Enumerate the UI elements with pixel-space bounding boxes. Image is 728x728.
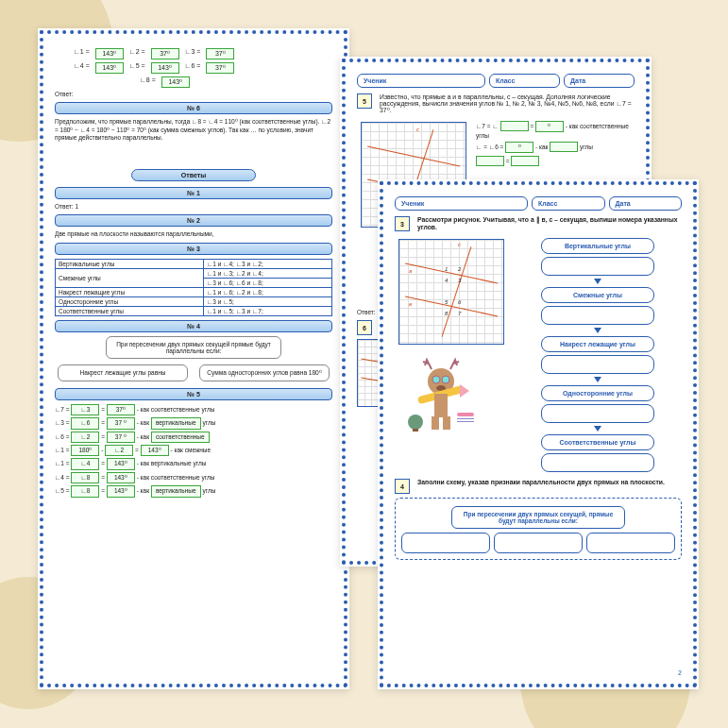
angle-value: 37⁰ [206,48,234,59]
svg-rect-7 [443,416,450,430]
arrow-down-icon [594,426,601,432]
task-number: 5 [357,93,372,109]
svg-point-2 [442,376,449,383]
task-row: 4 Заполни схему, указав признаки паралле… [395,479,682,494]
calc-line: ∟4 = ∟8 = 143⁰ - как соответственные угл… [55,472,332,483]
header-row: Ученик Класс Дата [395,196,682,211]
svg-rect-6 [432,416,439,430]
angle-label: ∟8 = [140,76,156,88]
svg-rect-5 [434,394,448,417]
svg-rect-10 [457,413,474,416]
flow-label: Вертикальные углы [541,238,655,254]
diagram-top: При пересечении двух прямых секущей прям… [106,336,281,359]
table-cell: ∟1 и ∟6; ∟2 и ∟8; [203,287,331,296]
angle-label: ∟5 = [129,62,145,74]
angle-value: 37⁰ [151,48,179,59]
flow-input[interactable] [541,453,655,472]
scheme-area: При пересечении двух прямых секущей, пря… [395,498,682,560]
table-cell: ∟1 и ∟3; ∟2 и ∟4; [203,268,331,278]
calc-line: ∟7 = ∟3 = 37⁰ - как соответственные углы [55,404,332,415]
task-text: Известно, что прямые a и в параллельны, … [380,93,635,114]
diagram-box: Сумма односторонних углов равна 180⁰ [199,364,330,381]
flow-label: Соответственные углы [541,434,655,450]
section-header: № 2 [55,214,332,227]
table-cell: ∟3 и ∟6; ∟6 и ∟8; [203,278,331,287]
angle-label: ∟6 = [185,62,201,74]
angle-value: 143⁰ [95,62,124,74]
scheme-input[interactable] [401,533,490,553]
task-text: Рассмотри рисунок. Учитывая, что a ∥ в, … [417,216,682,230]
table-cell: Вертикальные углы [56,259,204,268]
diagram-box: Накрест лежащие углы равны [58,364,188,381]
flow-input[interactable] [541,306,655,325]
task-row: 5 Известно, что прямые a и в параллельны… [357,93,635,114]
table-cell: Соответственные углы [56,306,204,315]
geometry-diagram: c a в 1 2 3 4 5 6 7 8 [398,239,504,345]
flow-label: Смежные углы [541,287,655,303]
calc-line: ∟3 = ∟6 = 37 ⁰ - как вертикальные углы [55,417,332,429]
worksheet-page-1: ∟1 =143⁰ ∟2 =37⁰ ∟3 =37⁰ ∟4 =143⁰ ∟5 =14… [38,28,349,689]
svg-point-1 [432,376,440,383]
section-header: № 5 [55,388,332,400]
angle-row: ∟8 =143⁰ [140,76,332,88]
angle-row: ∟1 =143⁰ ∟2 =37⁰ ∟3 =37⁰ [74,48,332,59]
angle-row: ∟4 =143⁰ ∟5 =143⁰ ∟6 =37⁰ [74,62,332,74]
section-header: № 1 [55,187,332,199]
calc-line: ∟1 = ∟4 = 143⁰ - как вертикальные углы [55,458,332,469]
worksheet-page-3: Ученик Класс Дата 3 Рассмотри рисунок. У… [378,179,699,689]
angle-value: 143⁰ [161,76,190,88]
table-cell: Смежные углы [56,268,204,287]
section-header: № 3 [55,243,332,255]
svg-rect-9 [413,429,418,432]
table-cell: Односторонние углы [56,296,204,306]
date-field[interactable]: Дата [609,196,683,211]
scheme-input[interactable] [586,533,675,553]
angle-label: ∟4 = [74,62,90,74]
flow-input[interactable] [541,257,655,276]
calc-line: ∟1 = 180⁰ - ∟2 = 143⁰ - как смежные [55,445,332,456]
flow-label: Накрест лежащие углы [541,336,655,352]
table-cell: ∟1 и ∟4; ∟3 и ∟2; [203,259,331,268]
task-row: 3 Рассмотри рисунок. Учитывая, что a ∥ в… [395,216,682,231]
table-cell: ∟1 и ∟5; ∟3 и ∟7; [203,306,331,315]
flow-label: Односторонние углы [541,385,655,401]
svg-rect-11 [457,418,474,419]
svg-point-8 [408,415,423,430]
class-field[interactable]: Класс [532,196,605,211]
flow-column: Вертикальные углы Смежные углы Накрест л… [514,235,682,475]
scheme-header: При пересечении двух прямых секущей, пря… [451,506,625,529]
task-number: 3 [395,216,410,231]
table-cell: ∟3 и ∟5; [203,296,331,306]
task-number: 4 [395,479,410,494]
calc-line: ∟5 = ∟8 = 143⁰ - как вертикальные углы [55,485,332,497]
class-field[interactable]: Класс [489,74,560,88]
student-field[interactable]: Ученик [395,196,528,211]
answer-text: Ответ: 1 [55,203,332,211]
table-cell: Накрест лежащие углы [56,287,204,296]
angle-value: 143⁰ [95,48,124,59]
arrow-down-icon [594,328,601,333]
date-field[interactable]: Дата [564,74,635,88]
angle-value: 143⁰ [151,62,179,74]
header-row: Ученик Класс Дата [357,74,635,88]
answer-label: Ответ: [55,91,332,98]
svg-rect-12 [457,421,474,422]
angles-table: Вертикальные углы∟1 и ∟4; ∟3 и ∟2; Смежн… [55,259,332,316]
angle-value: 37⁰ [206,62,234,74]
arrow-down-icon [594,377,601,382]
flow-input[interactable] [541,355,655,374]
answers-title: Ответы [131,169,256,181]
task-text: Заполни схему, указав признаки параллель… [417,479,682,485]
angle-label: ∟3 = [185,48,201,59]
page-number: 2 [678,669,682,676]
moose-illustration [398,348,483,433]
arrow-down-icon [594,279,601,284]
angle-label: ∟2 = [129,48,145,59]
angle-label: ∟1 = [74,48,90,59]
task-text: Предположим, что прямые параллельны, тог… [55,118,332,142]
task-text: Две прямые на плоскости называются парал… [55,230,332,238]
task-number: 6 [357,320,372,335]
flow-input[interactable] [541,404,655,423]
student-field[interactable]: Ученик [357,74,485,88]
scheme-input[interactable] [494,533,583,553]
